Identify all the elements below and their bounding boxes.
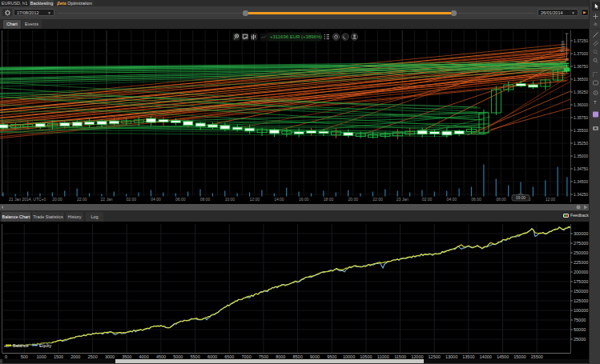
svg-text:14:00: 14:00 — [274, 197, 284, 202]
svg-text:10500: 10500 — [360, 354, 372, 359]
svg-text:1.36250: 1.36250 — [574, 90, 588, 94]
svg-text:7500: 7500 — [259, 354, 268, 359]
svg-text:4000: 4000 — [139, 354, 148, 359]
svg-text:1.36750: 1.36750 — [574, 64, 588, 69]
svg-text:12500: 12500 — [429, 354, 441, 359]
svg-text:Equity: Equity — [39, 343, 52, 348]
svg-text:6000: 6000 — [207, 354, 217, 359]
svg-text:08:00: 08:00 — [200, 197, 211, 202]
svg-text:1.36500: 1.36500 — [574, 77, 588, 82]
svg-text:1.37000: 1.37000 — [574, 51, 588, 56]
svg-text:3500: 3500 — [122, 354, 131, 359]
svg-text:3000: 3000 — [105, 354, 115, 359]
svg-text:20:00: 20:00 — [52, 197, 62, 202]
svg-text:06:00: 06:00 — [471, 197, 481, 202]
svg-text:4500: 4500 — [156, 354, 166, 359]
svg-text:09:00: 09:00 — [516, 196, 526, 200]
svg-text:300000: 300000 — [574, 231, 588, 236]
svg-text:02:00: 02:00 — [422, 197, 433, 202]
svg-text:-b: -b — [594, 22, 598, 26]
svg-text:8500: 8500 — [292, 354, 302, 359]
svg-text:1.35750: 1.35750 — [574, 115, 588, 120]
svg-text:225000: 225000 — [574, 260, 588, 265]
svg-text:1500: 1500 — [54, 354, 63, 359]
svg-text:1000: 1000 — [37, 354, 46, 359]
svg-text:1.35500: 1.35500 — [574, 128, 588, 133]
svg-text:11500: 11500 — [394, 354, 406, 359]
svg-text:22:00: 22:00 — [77, 197, 87, 202]
svg-text:06:00: 06:00 — [175, 197, 186, 202]
svg-text:1.34500: 1.34500 — [574, 179, 588, 184]
svg-text:12:00: 12:00 — [546, 197, 556, 202]
svg-text:6500: 6500 — [224, 354, 234, 359]
svg-text:1.34750: 1.34750 — [574, 166, 588, 171]
svg-text:1.35250: 1.35250 — [574, 141, 588, 146]
svg-text:+311696 EUR (+3896%): +311696 EUR (+3896%) — [270, 34, 322, 39]
svg-text:21 Jan 2014, UTC+0: 21 Jan 2014, UTC+0 — [9, 197, 46, 202]
svg-text:5000: 5000 — [173, 354, 183, 359]
svg-text:22:00: 22:00 — [372, 197, 383, 202]
svg-text:04:00: 04:00 — [151, 197, 161, 202]
svg-text:100000: 100000 — [574, 308, 588, 313]
svg-text:25000: 25000 — [574, 337, 586, 342]
svg-text:23 Jan: 23 Jan — [397, 197, 409, 202]
svg-text:08:00: 08:00 — [496, 197, 506, 202]
svg-text:Balance: Balance — [13, 343, 29, 348]
svg-text:11000: 11000 — [377, 354, 389, 359]
svg-text:18:00: 18:00 — [324, 197, 334, 202]
svg-text:150000: 150000 — [574, 289, 588, 294]
svg-text:1.34250: 1.34250 — [574, 192, 588, 197]
svg-text:175000: 175000 — [574, 279, 588, 284]
svg-text:5500: 5500 — [190, 354, 199, 359]
svg-text:T: T — [594, 100, 597, 105]
svg-text:14500: 14500 — [497, 354, 509, 359]
svg-text:1.37250: 1.37250 — [574, 38, 588, 43]
svg-text:16:00: 16:00 — [299, 197, 309, 202]
svg-text:9500: 9500 — [327, 354, 336, 359]
svg-text:50000: 50000 — [574, 327, 586, 332]
svg-text:02:00: 02:00 — [127, 197, 137, 202]
svg-text:10:00: 10:00 — [225, 197, 236, 202]
svg-text:20:00: 20:00 — [348, 197, 358, 202]
svg-text:7000: 7000 — [241, 354, 251, 359]
svg-text:8000: 8000 — [276, 354, 285, 359]
svg-text:50 pips: 50 pips — [561, 40, 565, 52]
svg-text:12:00: 12:00 — [249, 197, 260, 202]
svg-text:15000: 15000 — [513, 354, 526, 359]
svg-text:125000: 125000 — [574, 298, 588, 303]
svg-text:04:00: 04:00 — [447, 197, 457, 202]
svg-text:22 Jan: 22 Jan — [100, 197, 112, 202]
svg-text:10000: 10000 — [343, 354, 355, 359]
svg-text:14000: 14000 — [480, 354, 492, 359]
svg-text:15500: 15500 — [531, 354, 543, 359]
svg-text:12000: 12000 — [411, 354, 423, 359]
svg-text:2500: 2500 — [87, 354, 97, 359]
svg-text:13000: 13000 — [445, 354, 457, 359]
svg-text:250000: 250000 — [574, 250, 588, 255]
svg-text:200000: 200000 — [574, 270, 588, 274]
svg-text:75000: 75000 — [574, 318, 586, 322]
svg-text:1.36000: 1.36000 — [574, 102, 588, 107]
svg-text:1.35000: 1.35000 — [574, 154, 588, 158]
svg-text:13500: 13500 — [462, 354, 474, 359]
svg-text:2000: 2000 — [70, 354, 80, 359]
svg-text:500: 500 — [21, 354, 28, 359]
svg-text:0: 0 — [5, 354, 7, 359]
svg-text:9000: 9000 — [310, 354, 320, 359]
svg-text:275000: 275000 — [574, 241, 588, 246]
